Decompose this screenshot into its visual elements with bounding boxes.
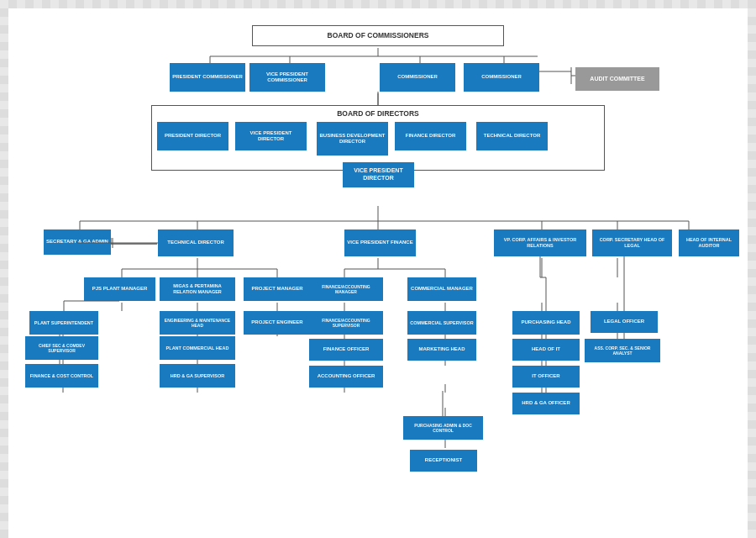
vp-corp-affairs: VP. CORP. AFFAIRS & INVESTOR RELATIONS: [494, 229, 586, 256]
finance-cost-control: FINANCE & COST CONTROL: [25, 364, 98, 388]
commercial-supervisor: COMMERCIAL SUPERVISOR: [407, 311, 476, 335]
pjs-plant-manager: PJS PLANT MANAGER: [84, 277, 155, 301]
head-internal-auditor: HEAD OF INTERNAL AUDITOR: [679, 229, 739, 256]
president-director: PRESIDENT DIRECTOR: [157, 122, 228, 150]
receptionist: RECEPTIONIST: [410, 450, 477, 472]
technical-director-bod: TECHNICAL DIRECTOR: [476, 122, 548, 150]
chief-sec: CHIEF SEC & COMDEV SUPERVISOR: [25, 336, 98, 360]
migas-pertamina: MIGAS & PERTAMINA RELATION MANAGER: [160, 277, 235, 301]
president-commissioner: PRESIDENT COMMISSIONER: [170, 63, 245, 92]
business-dev-director: BUSINESS DEVELOPMENT DIRECTOR: [317, 122, 388, 156]
corp-secretary: CORP. SECRETARY HEAD OF LEGAL: [592, 229, 672, 256]
purchasing-head: PURCHASING HEAD: [512, 311, 580, 335]
ass-corp-sec: ASS. CORP. SEC. & SENIOR ANALYST: [585, 339, 660, 362]
board-of-directors-label: BOARD OF DIRECTORS: [151, 109, 605, 118]
vp-finance: VICE PRESIDENT FINANCE: [344, 229, 416, 256]
project-engineer: PROJECT ENGINEER: [244, 311, 311, 335]
purchasing-admin: PURCHASING ADMIN & DOC CONTROL: [403, 416, 483, 440]
technical-director: TECHNICAL DIRECTOR: [158, 229, 234, 256]
head-of-it: HEAD OF IT: [512, 339, 580, 361]
project-manager: PROJECT MANAGER: [244, 277, 311, 301]
plant-commercial-head: PLANT COMMERCIAL HEAD: [160, 336, 235, 360]
vp-director-standalone: VICE PRESIDENT DIRECTOR: [343, 162, 414, 187]
vp-director-bod: VICE PRESIDENT DIRECTOR: [235, 122, 307, 150]
commissioner1: COMMISSIONER: [380, 63, 455, 92]
accounting-officer: ACCOUNTING OFFICER: [309, 366, 383, 388]
engineering-maintenance: ENGINEERING & MAINTENANCE HEAD: [160, 311, 235, 335]
secretary-ga: SECRETARY & GA ADMIN: [44, 229, 111, 255]
finance-officer: FINANCE OFFICER: [309, 339, 383, 361]
finance-director: FINANCE DIRECTOR: [395, 122, 466, 150]
legal-officer: LEGAL OFFICER: [591, 311, 658, 333]
audit-committee: AUDIT COMMITTEE: [575, 67, 659, 91]
finance-accounting-supervisor: FINANCE/ACCOUNTING SUPERVISOR: [309, 311, 383, 335]
plant-superintendent: PLANT SUPERINTENDENT: [29, 311, 98, 335]
hrd-ga-officer: HRD & GA OFFICER: [512, 393, 580, 414]
it-officer: IT OFFICER: [512, 366, 580, 388]
marketing-head: MARKETING HEAD: [407, 339, 476, 361]
commissioner2: COMMISSIONER: [464, 63, 539, 92]
hrd-ga-supervisor: HRD & GA SUPERVISOR: [160, 364, 235, 388]
finance-accounting-manager: FINANCE/ACCOUNTING MANAGER: [309, 277, 383, 301]
org-chart-wrapper: BOARD OF COMMISSIONERS PRESIDENT COMMISS…: [8, 8, 748, 538]
org-chart: BOARD OF COMMISSIONERS PRESIDENT COMMISS…: [17, 21, 739, 534]
commercial-manager: COMMERCIAL MANAGER: [407, 277, 476, 301]
board-of-commissioners-title: BOARD OF COMMISSIONERS: [252, 25, 504, 46]
vp-commissioner: VICE PRESIDENT COMMISSIONER: [249, 63, 325, 92]
